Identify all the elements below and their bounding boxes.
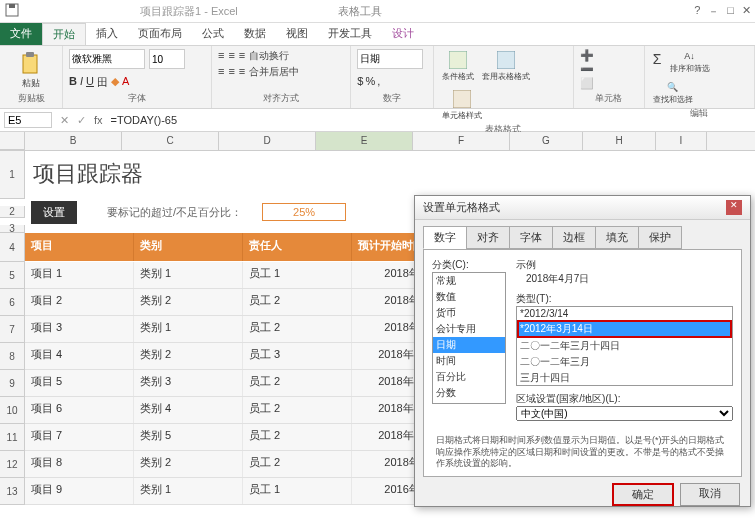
cell-project[interactable]: 项目 2 — [25, 289, 134, 315]
autosum-button[interactable]: Σ — [651, 49, 664, 69]
italic-button[interactable]: I — [80, 75, 83, 90]
format-cells-button[interactable]: ⬜ — [580, 77, 594, 90]
cell-owner[interactable]: 员工 2 — [243, 370, 352, 396]
cancel-formula-icon[interactable]: ✕ — [60, 114, 69, 127]
row-header[interactable]: 11 — [0, 424, 25, 451]
maximize-icon[interactable]: □ — [727, 4, 734, 19]
th-owner[interactable]: 责任人 — [243, 233, 352, 261]
th-project[interactable]: 项目 — [25, 233, 134, 261]
underline-button[interactable]: U — [86, 75, 94, 90]
cell-category[interactable]: 类别 4 — [134, 397, 243, 423]
col-header-b[interactable]: B — [25, 132, 122, 150]
insert-cells-button[interactable]: ➕ — [580, 49, 594, 62]
cell-project[interactable]: 项目 1 — [25, 262, 134, 288]
dialog-tab-align[interactable]: 对齐 — [466, 226, 510, 249]
tab-file[interactable]: 文件 — [0, 23, 42, 45]
type-item[interactable]: *2012/3/14 — [517, 307, 732, 320]
font-color-button[interactable]: A — [122, 75, 129, 90]
comma-icon[interactable]: , — [377, 75, 380, 87]
type-item[interactable]: 二〇一二年三月十四日 — [517, 338, 732, 354]
dialog-titlebar[interactable]: 设置单元格格式 ✕ — [415, 196, 750, 220]
row-header[interactable]: 4 — [0, 233, 25, 262]
cell-project[interactable]: 项目 6 — [25, 397, 134, 423]
dialog-tab-border[interactable]: 边框 — [552, 226, 596, 249]
align-center-icon[interactable]: ≡ — [228, 65, 234, 79]
font-size-input[interactable] — [149, 49, 185, 69]
cell-owner[interactable]: 员工 2 — [243, 424, 352, 450]
tab-dev[interactable]: 开发工具 — [318, 23, 382, 45]
category-item[interactable]: 百分比 — [433, 369, 505, 385]
settings-button[interactable]: 设置 — [31, 201, 77, 224]
cell-project[interactable]: 项目 3 — [25, 316, 134, 342]
close-icon[interactable]: ✕ — [742, 4, 751, 19]
row-header[interactable]: 6 — [0, 289, 25, 316]
wrap-text-button[interactable]: 自动换行 — [249, 49, 289, 63]
cell-project[interactable]: 项目 8 — [25, 451, 134, 477]
col-header-d[interactable]: D — [219, 132, 316, 150]
col-header-h[interactable]: H — [583, 132, 656, 150]
accept-formula-icon[interactable]: ✓ — [77, 114, 86, 127]
find-button[interactable]: 🔍查找和选择 — [651, 80, 695, 107]
align-right-icon[interactable]: ≡ — [239, 65, 245, 79]
align-top-icon[interactable]: ≡ — [218, 49, 224, 63]
cell-category[interactable]: 类别 5 — [134, 424, 243, 450]
col-header-i[interactable]: I — [656, 132, 707, 150]
locale-select[interactable]: 中文(中国) — [516, 406, 733, 421]
paste-button[interactable]: 粘贴 — [6, 49, 56, 92]
row-header[interactable]: 3 — [0, 225, 25, 233]
row-header[interactable]: 9 — [0, 370, 25, 397]
type-item[interactable]: 二〇一二年三月 — [517, 354, 732, 370]
formula-input[interactable]: =TODAY()-65 — [111, 114, 178, 126]
tab-layout[interactable]: 页面布局 — [128, 23, 192, 45]
row-header[interactable]: 2 — [0, 206, 25, 218]
cell-project[interactable]: 项目 4 — [25, 343, 134, 369]
percent-icon[interactable]: % — [365, 75, 375, 87]
category-item[interactable]: 常规 — [433, 273, 505, 289]
fill-color-button[interactable]: ◆ — [111, 75, 119, 90]
cell-category[interactable]: 类别 3 — [134, 370, 243, 396]
tab-design[interactable]: 设计 — [382, 23, 424, 45]
bold-button[interactable]: B — [69, 75, 77, 90]
name-box[interactable] — [4, 112, 52, 128]
category-item[interactable]: 数值 — [433, 289, 505, 305]
sort-filter-button[interactable]: A↓排序和筛选 — [668, 49, 712, 76]
row-header[interactable]: 5 — [0, 262, 25, 289]
category-listbox[interactable]: 常规数值货币会计专用日期时间百分比分数科学记数文本特殊自定义 — [432, 272, 506, 404]
cell-project[interactable]: 项目 5 — [25, 370, 134, 396]
cell-owner[interactable]: 员工 2 — [243, 289, 352, 315]
tab-home[interactable]: 开始 — [42, 23, 86, 45]
row-header[interactable]: 13 — [0, 478, 25, 505]
ok-button[interactable]: 确定 — [612, 483, 674, 506]
tab-review[interactable]: 视图 — [276, 23, 318, 45]
type-item[interactable]: 三月十四日 — [517, 370, 732, 386]
cell-owner[interactable]: 员工 1 — [243, 262, 352, 288]
align-mid-icon[interactable]: ≡ — [228, 49, 234, 63]
col-header-g[interactable]: G — [510, 132, 583, 150]
cell-category[interactable]: 类别 2 — [134, 289, 243, 315]
row-header[interactable]: 8 — [0, 343, 25, 370]
dialog-tab-protect[interactable]: 保护 — [638, 226, 682, 249]
col-header-c[interactable]: C — [122, 132, 219, 150]
cell-project[interactable]: 项目 9 — [25, 478, 134, 504]
cell-owner[interactable]: 员工 2 — [243, 316, 352, 342]
dialog-tab-number[interactable]: 数字 — [423, 226, 467, 249]
row-header[interactable]: 10 — [0, 397, 25, 424]
select-all-corner[interactable] — [0, 132, 25, 150]
row-header[interactable]: 7 — [0, 316, 25, 343]
align-bot-icon[interactable]: ≡ — [239, 49, 245, 63]
th-category[interactable]: 类别 — [134, 233, 243, 261]
cell-category[interactable]: 类别 1 — [134, 262, 243, 288]
type-listbox[interactable]: *2012/3/14*2012年3月14日二〇一二年三月十四日二〇一二年三月三月… — [516, 306, 733, 386]
category-item[interactable]: 会计专用 — [433, 321, 505, 337]
tab-data[interactable]: 数据 — [234, 23, 276, 45]
cell-category[interactable]: 类别 1 — [134, 316, 243, 342]
fx-icon[interactable]: fx — [94, 114, 103, 126]
delete-cells-button[interactable]: ➖ — [580, 63, 594, 76]
quicksave-icon[interactable] — [4, 2, 20, 20]
category-item[interactable]: 分数 — [433, 385, 505, 401]
merge-button[interactable]: 合并后居中 — [249, 65, 299, 79]
tab-formulas[interactable]: 公式 — [192, 23, 234, 45]
cancel-button[interactable]: 取消 — [680, 483, 740, 506]
pct-value[interactable]: 25% — [262, 203, 346, 221]
category-item[interactable]: 货币 — [433, 305, 505, 321]
